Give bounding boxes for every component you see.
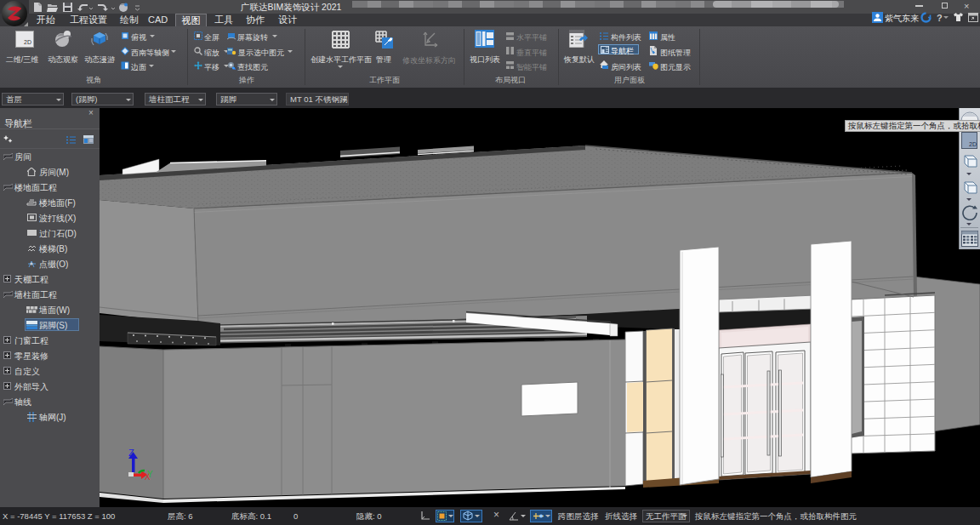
svg-text:Y: Y — [147, 470, 153, 479]
